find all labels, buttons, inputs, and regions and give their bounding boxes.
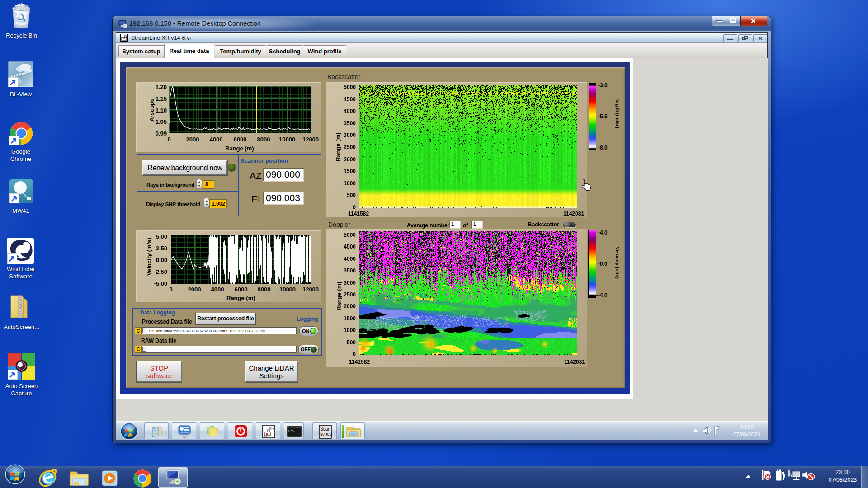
svg-text:sched: sched	[320, 432, 332, 436]
svg-text:Scan: Scan	[320, 427, 330, 432]
svg-text:C:\_: C:\_	[288, 429, 297, 433]
